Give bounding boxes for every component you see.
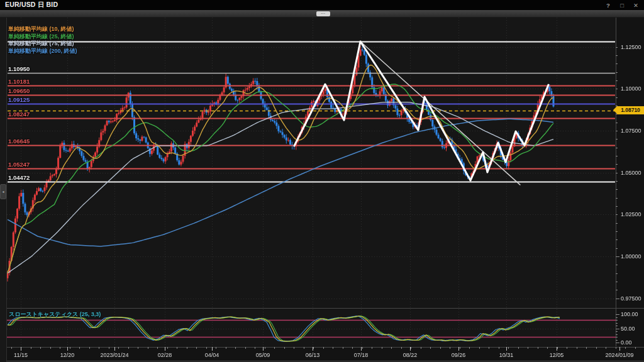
legend-item-sma: 単純移動平均線 (25, 終値) — [8, 33, 77, 41]
toolbar-strip: ••• — [0, 10, 644, 18]
hline-price-label: 1.10950 — [8, 65, 30, 72]
x-axis-label[interactable]: 10/31 — [484, 352, 528, 358]
legend-item-sma: 単純移動平均線 (75, 終値) — [8, 40, 77, 48]
hline-price-label: 1.08247 — [8, 111, 30, 118]
sidebar-collapse-icon[interactable]: ◂ — [0, 184, 6, 199]
y-axis-label[interactable]: 1.10000 — [621, 85, 641, 92]
title-bar[interactable]: EUR/USD 日 BID ? □ ✕ — [0, 0, 644, 10]
y-axis-label[interactable]: 1.00000 — [621, 253, 641, 260]
hline-price-label: 1.06645 — [8, 138, 30, 145]
close-icon[interactable]: ✕ — [631, 2, 640, 9]
x-axis-label[interactable]: 08/22 — [388, 352, 432, 358]
x-axis-label[interactable]: 05/09 — [241, 352, 285, 358]
indicator-legend: 単純移動平均線 (10, 終値)単純移動平均線 (25, 終値)単純移動平均線 … — [8, 26, 77, 55]
x-axis-label[interactable]: 2024/01/09 — [597, 352, 641, 358]
help-icon[interactable]: ? — [604, 2, 613, 9]
y-axis-label[interactable]: 1.05000 — [621, 170, 641, 176]
stoch-axis-label: 100.00 — [621, 311, 638, 317]
legend-item-sma: 単純移動平均線 (200, 終値) — [8, 48, 77, 55]
hline-price-label: 1.09125 — [8, 96, 30, 103]
hline-price-label: 1.04472 — [8, 174, 30, 181]
x-axis-label[interactable]: 2023/01/24 — [92, 352, 136, 358]
y-axis-label[interactable]: 1.07500 — [621, 128, 641, 134]
maximize-icon[interactable]: □ — [618, 2, 626, 9]
x-axis-label[interactable]: 09/26 — [436, 352, 480, 358]
x-axis-label[interactable]: 07/18 — [339, 352, 383, 358]
stoch-indicator-label: スローストキャスティクス (25, 3,3) — [9, 310, 101, 319]
stoch-axis-label: 50.00 — [621, 326, 635, 332]
x-axis-label[interactable]: 02/28 — [143, 352, 187, 358]
x-axis-label[interactable]: 06/13 — [291, 352, 335, 358]
toolbar-collapse-handle[interactable]: ••• — [316, 11, 330, 16]
legend-item-sma: 単純移動平均線 (10, 終値) — [8, 26, 77, 33]
y-axis-label[interactable]: 1.02500 — [621, 211, 641, 217]
y-axis-label[interactable]: 0.97500 — [621, 295, 641, 302]
window-title: EUR/USD 日 BID — [0, 1, 58, 9]
stoch-axis-label: 0.00 — [621, 339, 632, 346]
chart-canvas[interactable] — [0, 0, 644, 362]
x-axis-label[interactable]: 12/05 — [535, 352, 579, 358]
x-axis-label[interactable]: 04/04 — [190, 352, 234, 358]
hline-price-label: 1.10181 — [8, 78, 30, 85]
current-price-badge: 1.08710 — [617, 106, 644, 114]
hline-price-label: 1.05247 — [8, 161, 30, 168]
hline-price-label: 1.09650 — [8, 87, 30, 94]
y-axis-label[interactable]: 1.12500 — [621, 44, 641, 50]
chart-window: EUR/USD 日 BID ? □ ✕ ••• ◂ 単純移動平均線 (10, 終… — [0, 0, 644, 362]
left-sidebar: ◂ — [0, 18, 7, 362]
x-axis-label[interactable]: 12/20 — [45, 352, 89, 358]
